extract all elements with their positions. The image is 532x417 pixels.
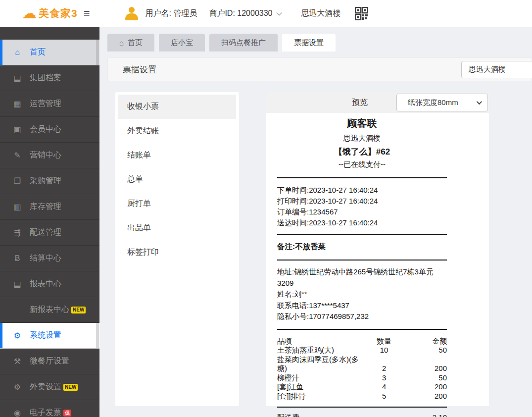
- sidebar-item[interactable]: Ƀ 结算中心: [0, 246, 99, 271]
- receipt-meta-line: 订单编号:1234567: [277, 207, 447, 217]
- receipt-customer-line: 姓名:刘**: [277, 289, 447, 300]
- tab[interactable]: 店小宝: [159, 34, 205, 52]
- receipt-item-row: [套]]排骨 5 200: [277, 392, 447, 401]
- sidebar-item[interactable]: ⌂ 首页: [0, 40, 99, 65]
- receipt-item-row: 盐菜肉沫四季豆(多水)(多糖) 2 200: [277, 355, 447, 373]
- app-logo-text: 美食家3: [39, 6, 78, 20]
- sidebar-item-icon: ▣: [12, 125, 23, 134]
- store-select-value: 思迅大酒楼: [469, 65, 506, 74]
- sidebar-item[interactable]: 新报表中心 NEW: [0, 297, 99, 323]
- top-header: ☁ 美食家3 ≡ 用户名: 管理员 商户ID: 12000330 思迅大酒楼: [0, 0, 532, 27]
- tab-label: 扫码点餐推广: [221, 38, 266, 48]
- sidebar-item[interactable]: ⚒ 微餐厅设置: [0, 349, 99, 374]
- items-header-amount: 金额: [403, 337, 447, 346]
- sidebar-item-icon: ⚙: [12, 382, 23, 392]
- chevron-down-icon: [276, 10, 282, 15]
- sidebar-item-label: 集团档案: [30, 73, 61, 83]
- receipt-type-item[interactable]: 出品单: [118, 216, 236, 240]
- receipt-meta-block: 下单时间:2023-10-27 16:40:24打印时间:2023-10-27 …: [277, 185, 447, 228]
- sidebar-item-icon: ▤: [12, 279, 23, 289]
- sidebar-item-label: 配送管理: [30, 227, 61, 238]
- receipt-item-row: 柳橙汁 3 50: [277, 373, 447, 383]
- sidebar-item-label: 外卖设置: [30, 382, 61, 392]
- merchant-id-dropdown[interactable]: 商户ID: 12000330: [209, 8, 280, 19]
- sidebar-item-label: 会员中心: [30, 124, 61, 135]
- receipt-fees: 配送费 2.10 餐盒费 5.10: [277, 412, 447, 417]
- header-store-name: 思迅大酒楼: [301, 8, 341, 19]
- sidebar-item[interactable]: ◉ 电子发票 促: [0, 400, 99, 417]
- receipt-type-label: 标签打印: [127, 247, 159, 258]
- store-select[interactable]: 思迅大酒楼: [461, 61, 532, 78]
- receipt-meta-line: 打印时间:2023-10-27 16:40:24: [277, 196, 447, 207]
- receipt-type-item[interactable]: 厨打单: [118, 192, 236, 216]
- receipt-item-row: 土茶油蒸重鸡(大) 10 50: [277, 346, 447, 355]
- receipt-meta-line: 送达时间:2023-10-27 16:40:24: [277, 217, 447, 228]
- receipt-type-item[interactable]: 外卖结账: [118, 119, 236, 143]
- sidebar-item[interactable]: ▣ 会员中心: [0, 117, 99, 143]
- receipt-meta-line: 下单时间:2023-10-27 16:40:24: [277, 185, 447, 196]
- cloud-logo-icon: ☁: [22, 6, 37, 21]
- receipt-type-item[interactable]: 结账单: [118, 143, 236, 167]
- item-amount: 200: [403, 392, 447, 401]
- sidebar-item-icon: ◉: [12, 408, 23, 417]
- item-qty: 10: [365, 346, 402, 355]
- receipt-divider: [277, 407, 447, 408]
- sidebar-item[interactable]: ▤ 报表中心: [0, 271, 99, 297]
- receipt-type-item[interactable]: 总单: [118, 167, 236, 192]
- tab-home-icon: ⌂: [119, 39, 124, 47]
- sidebar-item-label: 营销中心: [30, 150, 61, 160]
- tab[interactable]: 扫码点餐推广: [209, 34, 278, 52]
- sidebar-item-icon: ⌂: [12, 48, 23, 57]
- tab-label: 首页: [128, 38, 143, 48]
- sidebar-item-label: 采购管理: [30, 176, 61, 186]
- fee-amount: 2.10: [433, 412, 447, 417]
- receipt-type-label: 厨打单: [127, 199, 151, 209]
- receipt-customer-line: 联系电话:137****5437: [277, 300, 447, 312]
- page-header: 票据设置 思迅大酒楼: [107, 57, 532, 81]
- item-amount: 50: [403, 373, 447, 383]
- paper-width-value: 纸张宽度80mm: [408, 98, 458, 107]
- qr-code-icon[interactable]: [355, 7, 368, 20]
- fee-label: 配送费: [277, 412, 299, 417]
- receipt-remark: 备注:不放香菜: [277, 242, 447, 252]
- hamburger-menu-icon[interactable]: ≡: [84, 7, 90, 20]
- receipt-type-label: 收银小票: [127, 102, 159, 112]
- item-amount: 50: [403, 346, 447, 355]
- sidebar-menu: ⌂ 首页 ▤ 集团档案 ▦ 运营管理 ▣ 会员中心: [0, 27, 99, 417]
- app-logo[interactable]: ☁ 美食家3: [22, 6, 78, 21]
- item-name: [套]江鱼: [277, 382, 365, 392]
- receipt-store-name: 思迅大酒楼: [277, 134, 447, 143]
- item-amount: 200: [403, 355, 447, 373]
- sidebar-item[interactable]: ▦ 运营管理: [0, 91, 99, 117]
- receipt-divider: [277, 234, 447, 235]
- sidebar-item[interactable]: ⇶ 配送管理: [0, 220, 99, 246]
- item-name: [套]]排骨: [277, 392, 365, 401]
- sidebar-item[interactable]: ❐ 采购管理: [0, 168, 99, 194]
- sidebar-item-badge: 促: [63, 410, 71, 417]
- receipt-type-label: 总单: [127, 174, 143, 185]
- sidebar-item[interactable]: ▥ 库存管理: [0, 194, 99, 220]
- sidebar-item[interactable]: ⚙ 外卖设置 NEW: [0, 374, 99, 400]
- paper-width-select[interactable]: 纸张宽度80mm: [396, 94, 488, 111]
- tab-bar: ⌂ 首页 店小宝 扫码点餐推广 票据设置: [107, 34, 532, 52]
- sidebar-item[interactable]: ⚙ 系统设置: [0, 323, 99, 349]
- sidebar-item-label: 电子发票: [30, 408, 61, 417]
- receipt-item-row: [套]江鱼 4 200: [277, 382, 447, 392]
- sidebar-item-icon: ▦: [12, 99, 23, 108]
- items-header-name: 品项: [277, 337, 365, 346]
- receipt-type-label: 结账单: [127, 150, 151, 160]
- receipt-divider: [277, 260, 447, 261]
- tab[interactable]: ⌂ 首页: [107, 34, 154, 52]
- sidebar-item-icon: ▥: [12, 202, 23, 211]
- sidebar-item-icon: ⚒: [12, 357, 23, 366]
- tab[interactable]: 票据设置: [282, 34, 336, 52]
- sidebar-item[interactable]: ✎ 营销中心: [0, 143, 99, 168]
- receipt-type-item[interactable]: 收银小票: [118, 95, 236, 119]
- receipt-type-label: 外卖结账: [127, 126, 159, 136]
- receipt-items-table: 品项 数量 金额 土茶油蒸重鸡(大) 10 50: [277, 337, 447, 401]
- receipt-divider: [277, 177, 447, 178]
- item-name: 土茶油蒸重鸡(大): [277, 346, 365, 355]
- sidebar-item-label: 新报表中心: [30, 305, 69, 315]
- sidebar-item[interactable]: ▤ 集团档案: [0, 65, 99, 91]
- receipt-type-item[interactable]: 标签打印: [118, 240, 236, 264]
